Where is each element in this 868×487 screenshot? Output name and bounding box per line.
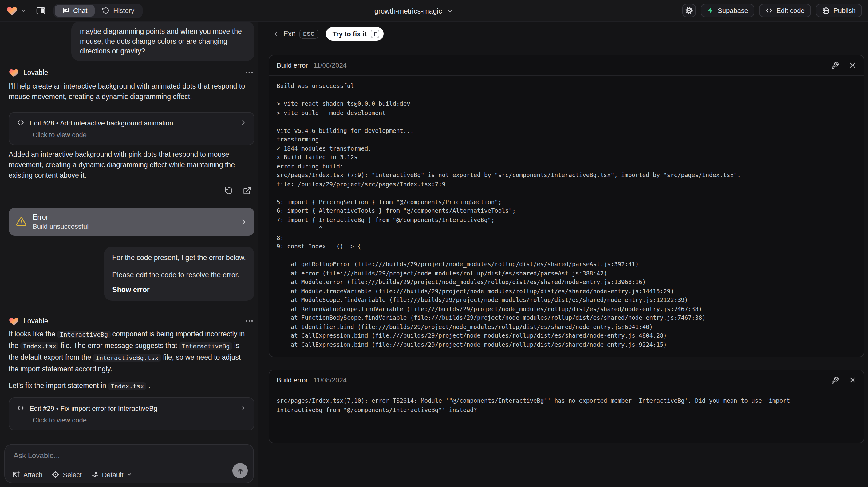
sliders-icon bbox=[91, 470, 99, 478]
send-button[interactable] bbox=[232, 463, 248, 478]
try-to-fix-label: Try to fix it bbox=[333, 30, 367, 37]
history-icon bbox=[102, 7, 110, 14]
code-brackets-icon bbox=[17, 119, 25, 127]
attach-button[interactable]: Attach bbox=[12, 470, 42, 478]
chat-sidebar: maybe diagramming points and when you mo… bbox=[0, 22, 258, 487]
composer-toolbar: Attach Select bbox=[12, 470, 229, 478]
content: maybe diagramming points and when you mo… bbox=[0, 22, 868, 487]
chevron-down-icon bbox=[21, 8, 26, 13]
mode-label: Default bbox=[102, 471, 124, 478]
topbar: Chat History growth-metrics-magic bbox=[0, 0, 868, 22]
edit-card-29[interactable]: Edit #29 • Fix import error for Interact… bbox=[9, 397, 254, 430]
build-error-date: 11/08/2024 bbox=[313, 376, 347, 384]
chevron-right-icon bbox=[240, 405, 247, 412]
assistant-message-header: Lovable bbox=[9, 315, 254, 327]
edit-card-title: Edit #29 • Fix import error for Interact… bbox=[30, 404, 157, 412]
show-error-link[interactable]: Show error bbox=[112, 285, 149, 295]
publish-label: Publish bbox=[834, 7, 856, 14]
attach-label: Attach bbox=[23, 471, 42, 478]
user-message-text: Please edit the code to resolve the erro… bbox=[112, 270, 246, 280]
esc-key-badge: ESC bbox=[299, 29, 318, 38]
user-message: For the code present, I get the error be… bbox=[103, 247, 254, 301]
supabase-label: Supabase bbox=[718, 7, 748, 14]
assistant-summary-text: Added an interactive background with pin… bbox=[9, 149, 254, 181]
assistant-intro-text: I'll help create an interactive backgrou… bbox=[9, 81, 254, 102]
supabase-bolt-icon bbox=[707, 7, 714, 14]
assistant-message-header: Lovable bbox=[9, 66, 254, 79]
tab-chat[interactable]: Chat bbox=[55, 5, 95, 16]
attach-image-icon bbox=[12, 470, 20, 478]
lovable-heart-logo-icon bbox=[6, 5, 18, 16]
exit-label: Exit bbox=[283, 30, 295, 37]
build-error-card-1: Build error 11/08/2024 Build was unsucce… bbox=[269, 55, 864, 357]
code-brackets-icon bbox=[17, 404, 25, 412]
chevron-left-icon bbox=[273, 31, 279, 37]
build-error-card-header: Build error 11/08/2024 bbox=[269, 55, 864, 75]
mode-dropdown[interactable]: Default bbox=[91, 470, 132, 478]
arrow-up-icon bbox=[236, 467, 244, 475]
build-error-date: 11/08/2024 bbox=[313, 61, 347, 69]
globe-icon bbox=[822, 6, 830, 14]
assistant-diagnosis-text: It looks like the InteractiveBg componen… bbox=[9, 328, 254, 375]
chat-input[interactable] bbox=[5, 445, 253, 464]
chevron-down-icon bbox=[447, 8, 453, 14]
code-brackets-icon bbox=[765, 7, 773, 14]
assistant-name: Lovable bbox=[23, 69, 48, 76]
edit-card-subtitle: Click to view code bbox=[17, 416, 247, 424]
select-element-button[interactable]: Select bbox=[52, 470, 82, 478]
build-error-card-2: Build error 11/08/2024 src/pages/Index.t… bbox=[269, 370, 864, 443]
select-label: Select bbox=[63, 471, 82, 478]
open-preview-icon[interactable] bbox=[242, 186, 252, 195]
view-tab-group: Chat History bbox=[54, 3, 143, 18]
edit-code-label: Edit code bbox=[776, 7, 805, 14]
lovable-heart-avatar-icon bbox=[9, 67, 19, 78]
tab-history[interactable]: History bbox=[95, 5, 142, 16]
project-name: growth-metrics-magic bbox=[374, 7, 442, 14]
close-icon[interactable] bbox=[849, 376, 856, 384]
user-message: maybe diagramming points and when you mo… bbox=[71, 22, 254, 61]
topbar-actions: Supabase Edit code Publish bbox=[682, 4, 862, 17]
user-message-text: maybe diagramming points and when you mo… bbox=[80, 26, 246, 56]
error-panel: Exit ESC Try to fix it F Build error 11/… bbox=[258, 22, 868, 487]
crosshair-target-icon bbox=[52, 470, 60, 478]
sidebar-toggle-button[interactable] bbox=[34, 4, 47, 17]
chevron-down-icon bbox=[126, 471, 132, 477]
message-options-button[interactable] bbox=[244, 70, 254, 75]
composer: Attach Select bbox=[4, 444, 254, 483]
error-panel-header: Exit ESC Try to fix it F bbox=[269, 27, 864, 40]
lovable-app: Chat History growth-metrics-magic bbox=[0, 0, 868, 487]
build-error-banner[interactable]: Error Build unsuccessful bbox=[9, 208, 254, 236]
edit-card-28[interactable]: Edit #28 • Add interactive background an… bbox=[9, 112, 254, 145]
edit-card-title: Edit #28 • Add interactive background an… bbox=[30, 119, 173, 126]
wrench-fix-icon[interactable] bbox=[831, 376, 839, 384]
build-error-card-header: Build error 11/08/2024 bbox=[269, 370, 864, 391]
try-to-fix-button[interactable]: Try to fix it F bbox=[326, 27, 384, 40]
assistant-name: Lovable bbox=[23, 317, 48, 325]
assistant-fix-text: Let's fix the import statement in Index.… bbox=[9, 380, 254, 392]
build-error-title: Build error bbox=[277, 376, 308, 384]
build-error-log: src/pages/Index.tsx(7,10): error TS2614:… bbox=[269, 391, 864, 422]
project-switcher[interactable]: growth-metrics-magic bbox=[374, 0, 453, 22]
build-error-title: Build error bbox=[277, 61, 308, 69]
wrench-fix-icon[interactable] bbox=[831, 61, 839, 69]
user-message-text: For the code present, I get the error be… bbox=[112, 253, 246, 263]
edit-code-button[interactable]: Edit code bbox=[759, 4, 811, 17]
restore-icon[interactable] bbox=[224, 186, 234, 195]
chat-thread: maybe diagramming points and when you mo… bbox=[0, 22, 257, 430]
publish-button[interactable]: Publish bbox=[816, 4, 862, 17]
chevron-right-icon bbox=[240, 119, 247, 126]
supabase-button[interactable]: Supabase bbox=[701, 4, 754, 17]
edit-card-subtitle: Click to view code bbox=[17, 131, 247, 139]
brand-menu[interactable] bbox=[6, 5, 26, 16]
message-options-button[interactable] bbox=[244, 318, 254, 324]
warning-triangle-icon bbox=[16, 216, 26, 227]
error-banner-subtitle: Build unsuccessful bbox=[33, 222, 89, 230]
settings-button[interactable] bbox=[682, 4, 695, 17]
gear-icon bbox=[684, 6, 693, 15]
lovable-heart-avatar-icon bbox=[9, 316, 19, 326]
close-icon[interactable] bbox=[849, 61, 856, 69]
exit-button[interactable]: Exit ESC bbox=[273, 29, 318, 38]
tab-history-label: History bbox=[114, 7, 134, 14]
panel-toggle-icon bbox=[35, 5, 46, 16]
chat-bubble-icon bbox=[62, 7, 69, 14]
